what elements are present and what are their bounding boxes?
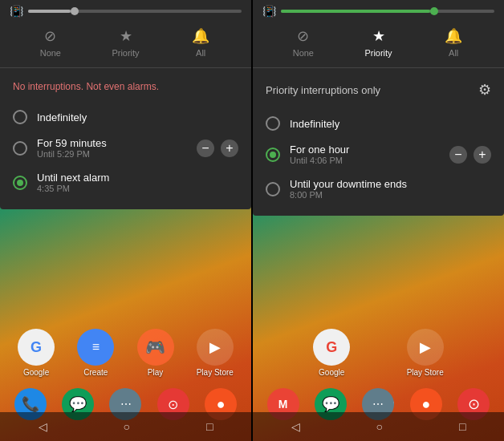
all-icon-left: 🔔 [192, 27, 209, 45]
mode-priority-left[interactable]: ★ Priority [88, 27, 164, 58]
all-label-left: All [196, 48, 205, 58]
duration-text-59min-left: For 59 minutes Until 5:29 PM [37, 137, 187, 159]
duration-title-indefinitely-left: Indefinitely [37, 111, 238, 123]
radio-downtime-right [266, 182, 280, 196]
duration-title-59min-left: For 59 minutes [37, 137, 187, 149]
right-nav-bar: ◁ ○ □ [253, 412, 504, 441]
duration-indefinitely-left[interactable]: Indefinitely [0, 103, 251, 131]
slider-thumb-right [430, 7, 438, 15]
google-label-right: Google [319, 368, 344, 377]
right-duration-options: Indefinitely For one hour Until 4:06 PM … [253, 107, 504, 209]
play-icon-left: 🎮 [137, 329, 174, 366]
minus-btn-59min-left[interactable]: − [197, 140, 214, 157]
right-notification-panel: 📳 ⊘ None ★ Priority 🔔 All Priori [253, 0, 504, 216]
priority-label-right: Priority [364, 48, 392, 58]
mode-priority-right[interactable]: ★ Priority [341, 27, 417, 58]
duration-1hr-right[interactable]: For one hour Until 4:06 PM − + [253, 137, 504, 172]
priority-label-left: Priority [112, 48, 139, 58]
duration-subtitle-downtime-right: 8:00 PM [290, 190, 491, 200]
duration-text-indefinitely-right: Indefinitely [290, 118, 491, 130]
radio-alarm-left [13, 176, 27, 190]
none-icon-right: ⊘ [297, 27, 309, 45]
radio-1hr-right [266, 148, 280, 162]
radio-59min-left [13, 141, 27, 156]
playstore-label-left: Play Store [197, 368, 234, 377]
right-mode-selector: ⊘ None ★ Priority 🔔 All [253, 21, 504, 67]
home-btn-left[interactable]: ○ [124, 420, 130, 433]
duration-downtime-right[interactable]: Until your downtime ends 8:00 PM [253, 172, 504, 206]
app-google-right[interactable]: G Google [313, 329, 350, 377]
priority-interruptions-label: Priority interruptions only [266, 84, 380, 96]
duration-subtitle-alarm-left: 4:35 PM [37, 184, 238, 193]
left-mode-selector: ⊘ None ★ Priority 🔔 All [0, 21, 251, 67]
slider-fill-right [281, 10, 430, 13]
recent-btn-right[interactable]: □ [459, 420, 465, 433]
create-icon-left: ≡ [77, 329, 114, 366]
duration-subtitle-59min-left: Until 5:29 PM [37, 149, 187, 159]
all-icon-right: 🔔 [445, 27, 462, 45]
volume-slider-left[interactable] [28, 10, 242, 13]
none-label-left: None [40, 48, 61, 58]
priority-icon-right: ★ [372, 27, 385, 45]
duration-title-alarm-left: Until next alarm [37, 172, 238, 184]
left-notification-panel: 📳 ⊘ None ★ Priority 🔔 All No interrupti [0, 0, 251, 209]
google-icon-left: G [18, 329, 55, 366]
left-app-row1: G Google ≡ Create 🎮 Play ▶ Play Store [0, 329, 251, 377]
none-icon-left: ⊘ [44, 27, 56, 45]
left-phone-panel: 📳 ⊘ None ★ Priority 🔔 All No interrupti [0, 0, 251, 441]
none-label-right: None [293, 48, 314, 58]
gear-icon-right[interactable]: ⚙ [478, 81, 491, 99]
right-priority-header: Priority interruptions only ⚙ [253, 75, 504, 107]
duration-indefinitely-right[interactable]: Indefinitely [253, 110, 504, 137]
duration-title-indefinitely-right: Indefinitely [290, 118, 491, 130]
app-play-left[interactable]: 🎮 Play [137, 329, 174, 377]
all-label-right: All [449, 48, 458, 58]
duration-text-1hr-right: For one hour Until 4:06 PM [290, 144, 440, 165]
volume-slider-right[interactable] [281, 10, 494, 13]
radio-indefinitely-right [266, 116, 280, 131]
duration-controls-1hr-right: − + [449, 146, 491, 164]
back-btn-right[interactable]: ◁ [291, 420, 300, 433]
right-phone-panel: 📳 ⊘ None ★ Priority 🔔 All Priori [253, 0, 504, 441]
right-status-bar: 📳 [253, 0, 504, 21]
left-status-bar: 📳 [0, 0, 251, 21]
left-nav-bar: ◁ ○ □ [0, 412, 251, 441]
vibrate-icon-left: 📳 [10, 5, 23, 18]
playstore-label-right: Play Store [407, 368, 444, 377]
duration-59min-left[interactable]: For 59 minutes Until 5:29 PM − + [0, 131, 251, 165]
radio-inner-1hr-right [270, 152, 276, 158]
divider-right [253, 67, 504, 68]
slider-fill-left [28, 10, 71, 13]
plus-btn-1hr-right[interactable]: + [474, 146, 491, 164]
priority-icon-left: ★ [120, 27, 132, 45]
home-btn-right[interactable]: ○ [376, 420, 383, 433]
playstore-icon-right: ▶ [407, 329, 444, 366]
vibrate-icon-right: 📳 [262, 5, 276, 18]
app-create-left[interactable]: ≡ Create [77, 329, 114, 377]
mode-none-right[interactable]: ⊘ None [266, 27, 341, 58]
radio-indefinitely-left [13, 110, 27, 124]
plus-btn-59min-left[interactable]: + [221, 140, 238, 157]
minus-btn-1hr-right[interactable]: − [449, 146, 467, 164]
recent-btn-left[interactable]: □ [206, 420, 213, 433]
google-icon-right: G [313, 329, 350, 366]
radio-inner-alarm-left [17, 180, 23, 186]
mode-none-left[interactable]: ⊘ None [13, 27, 88, 58]
back-btn-left[interactable]: ◁ [39, 420, 47, 433]
left-duration-options: Indefinitely For 59 minutes Until 5:29 P… [0, 100, 251, 203]
mode-all-right[interactable]: 🔔 All [416, 27, 491, 58]
duration-title-downtime-right: Until your downtime ends [290, 178, 491, 190]
app-playstore-right[interactable]: ▶ Play Store [407, 329, 444, 377]
mode-all-left[interactable]: 🔔 All [163, 27, 238, 58]
google-label-left: Google [23, 368, 49, 377]
playstore-icon-left: ▶ [197, 329, 234, 366]
duration-title-1hr-right: For one hour [290, 144, 440, 156]
duration-text-alarm-left: Until next alarm 4:35 PM [37, 172, 238, 193]
divider-left [0, 67, 251, 68]
app-playstore-left[interactable]: ▶ Play Store [197, 329, 234, 377]
duration-alarm-left[interactable]: Until next alarm 4:35 PM [0, 165, 251, 200]
play-label-left: Play [148, 368, 163, 377]
app-google-left[interactable]: G Google [18, 329, 55, 377]
panel-separator [251, 0, 253, 441]
create-label-left: Create [83, 368, 108, 377]
